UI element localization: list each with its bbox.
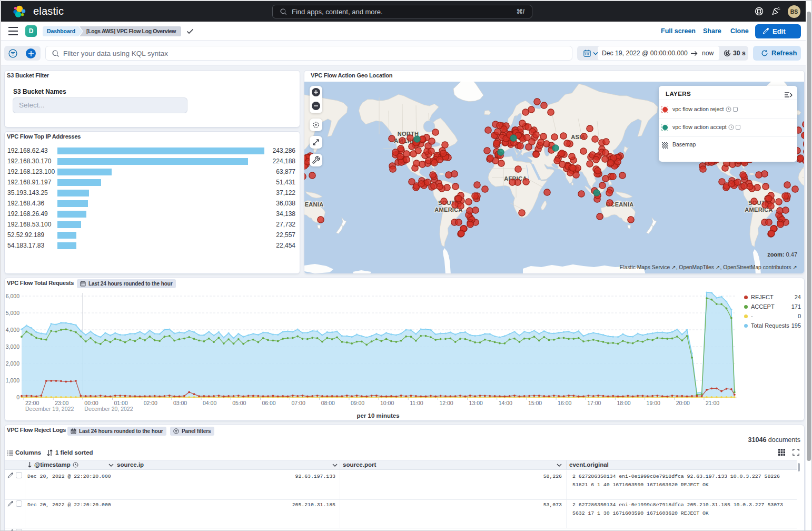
- svg-text:zoom: 0.47: zoom: 0.47: [767, 251, 797, 258]
- svg-text:08:00: 08:00: [321, 400, 335, 406]
- svg-text:19:00: 19:00: [647, 400, 660, 406]
- svg-text:3,000: 3,000: [6, 343, 19, 350]
- svg-text:2,000: 2,000: [6, 360, 19, 367]
- svg-text:December 20, 2022: December 20, 2022: [84, 406, 133, 412]
- svg-text:03:00: 03:00: [173, 400, 187, 406]
- svg-text:6,000: 6,000: [6, 293, 19, 299]
- svg-text:10:00: 10:00: [380, 400, 394, 406]
- svg-text:per 10 minutes: per 10 minutes: [357, 412, 399, 419]
- svg-text:17:00: 17:00: [587, 400, 601, 406]
- svg-text:Elastic Maps Service ↗, OpenMa: Elastic Maps Service ↗, OpenMapTiles ↗, …: [620, 264, 797, 270]
- svg-text:15:00: 15:00: [528, 400, 542, 406]
- svg-text:18:00: 18:00: [617, 400, 630, 406]
- svg-text:5,000: 5,000: [6, 310, 19, 316]
- svg-text:OCEANIA: OCEANIA: [304, 201, 323, 208]
- svg-text:11:00: 11:00: [410, 400, 423, 406]
- svg-text:14:00: 14:00: [499, 400, 512, 406]
- svg-text:09:00: 09:00: [351, 400, 364, 406]
- svg-text:1,000: 1,000: [6, 377, 19, 384]
- svg-text:02:00: 02:00: [144, 400, 157, 406]
- svg-text:16:00: 16:00: [558, 400, 571, 406]
- svg-text:December 19, 2022: December 19, 2022: [25, 406, 74, 412]
- svg-text:21:00: 21:00: [706, 400, 719, 406]
- svg-text:4,000: 4,000: [6, 327, 19, 333]
- svg-text:20:00: 20:00: [676, 400, 690, 406]
- svg-text:05:00: 05:00: [232, 400, 246, 406]
- svg-text:04:00: 04:00: [203, 400, 216, 406]
- svg-text:06:00: 06:00: [262, 400, 275, 406]
- svg-text:0: 0: [16, 394, 19, 400]
- svg-text:07:00: 07:00: [292, 400, 305, 406]
- svg-text:13:00: 13:00: [469, 400, 483, 406]
- svg-text:12:00: 12:00: [439, 400, 453, 406]
